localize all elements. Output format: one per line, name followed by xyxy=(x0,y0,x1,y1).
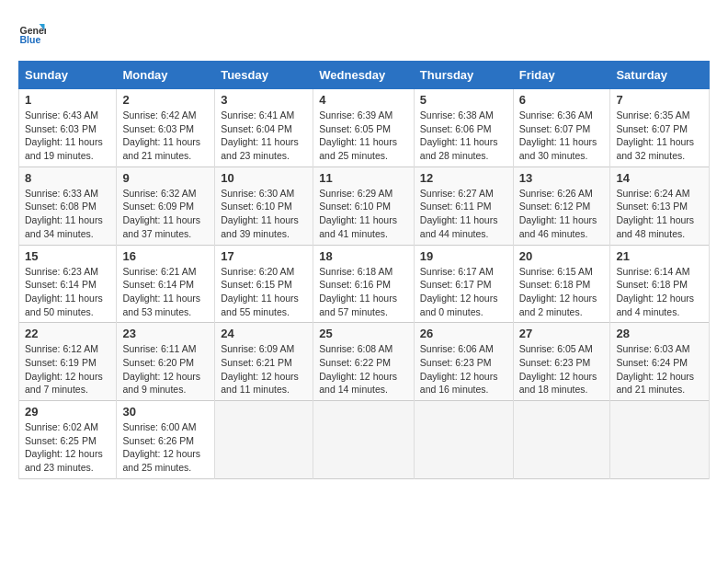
day-number: 6 xyxy=(519,93,605,107)
day-info: Sunrise: 6:18 AM Sunset: 6:16 PM Dayligh… xyxy=(319,265,408,319)
calendar-cell: 3 Sunrise: 6:41 AM Sunset: 6:04 PM Dayli… xyxy=(215,89,313,167)
calendar-cell: 4 Sunrise: 6:39 AM Sunset: 6:05 PM Dayli… xyxy=(313,89,415,167)
calendar-header-row: SundayMondayTuesdayWednesdayThursdayFrid… xyxy=(19,62,710,89)
day-info: Sunrise: 6:11 AM Sunset: 6:20 PM Dayligh… xyxy=(122,342,209,396)
day-number: 24 xyxy=(221,327,307,340)
calendar-cell: 24 Sunrise: 6:09 AM Sunset: 6:21 PM Dayl… xyxy=(215,323,313,401)
day-number: 7 xyxy=(616,93,703,107)
header-monday: Monday xyxy=(117,62,215,89)
calendar-cell: 2 Sunrise: 6:42 AM Sunset: 6:03 PM Dayli… xyxy=(117,89,215,167)
day-info: Sunrise: 6:15 AM Sunset: 6:18 PM Dayligh… xyxy=(519,265,605,319)
calendar-cell: 14 Sunrise: 6:24 AM Sunset: 6:13 PM Dayl… xyxy=(610,167,710,245)
day-number: 13 xyxy=(519,171,605,185)
calendar-cell: 11 Sunrise: 6:29 AM Sunset: 6:10 PM Dayl… xyxy=(313,167,415,245)
day-info: Sunrise: 6:35 AM Sunset: 6:07 PM Dayligh… xyxy=(616,109,703,163)
day-number: 30 xyxy=(122,405,209,419)
day-info: Sunrise: 6:43 AM Sunset: 6:03 PM Dayligh… xyxy=(25,109,110,163)
day-number: 11 xyxy=(319,171,408,185)
day-info: Sunrise: 6:08 AM Sunset: 6:22 PM Dayligh… xyxy=(319,342,408,396)
calendar-cell: 16 Sunrise: 6:21 AM Sunset: 6:14 PM Dayl… xyxy=(117,245,215,323)
calendar-cell: 28 Sunrise: 6:03 AM Sunset: 6:24 PM Dayl… xyxy=(610,323,710,401)
logo-icon: General Blue xyxy=(18,18,46,46)
calendar-cell: 18 Sunrise: 6:18 AM Sunset: 6:16 PM Dayl… xyxy=(313,245,415,323)
day-number: 27 xyxy=(519,327,605,340)
calendar-cell: 17 Sunrise: 6:20 AM Sunset: 6:15 PM Dayl… xyxy=(215,245,313,323)
day-number: 26 xyxy=(420,327,507,340)
calendar-cell: 22 Sunrise: 6:12 AM Sunset: 6:19 PM Dayl… xyxy=(19,323,117,401)
day-number: 4 xyxy=(319,93,408,107)
day-info: Sunrise: 6:14 AM Sunset: 6:18 PM Dayligh… xyxy=(616,265,703,319)
day-number: 29 xyxy=(25,405,110,419)
header-tuesday: Tuesday xyxy=(215,62,313,89)
day-info: Sunrise: 6:38 AM Sunset: 6:06 PM Dayligh… xyxy=(420,109,507,163)
calendar-cell: 27 Sunrise: 6:05 AM Sunset: 6:23 PM Dayl… xyxy=(513,323,610,401)
calendar-cell: 10 Sunrise: 6:30 AM Sunset: 6:10 PM Dayl… xyxy=(215,167,313,245)
header-friday: Friday xyxy=(513,62,610,89)
header-wednesday: Wednesday xyxy=(313,62,415,89)
day-info: Sunrise: 6:00 AM Sunset: 6:26 PM Dayligh… xyxy=(122,420,209,475)
calendar-cell xyxy=(610,401,710,479)
week-row-4: 22 Sunrise: 6:12 AM Sunset: 6:19 PM Dayl… xyxy=(19,323,710,401)
day-number: 17 xyxy=(221,249,307,263)
logo: General Blue xyxy=(18,18,50,46)
day-number: 14 xyxy=(616,171,703,185)
day-info: Sunrise: 6:27 AM Sunset: 6:11 PM Dayligh… xyxy=(420,187,507,241)
calendar-cell: 9 Sunrise: 6:32 AM Sunset: 6:09 PM Dayli… xyxy=(117,167,215,245)
day-info: Sunrise: 6:20 AM Sunset: 6:15 PM Dayligh… xyxy=(221,265,307,319)
calendar-cell: 1 Sunrise: 6:43 AM Sunset: 6:03 PM Dayli… xyxy=(19,89,117,167)
day-info: Sunrise: 6:32 AM Sunset: 6:09 PM Dayligh… xyxy=(122,187,209,241)
calendar-cell: 5 Sunrise: 6:38 AM Sunset: 6:06 PM Dayli… xyxy=(414,89,513,167)
day-info: Sunrise: 6:09 AM Sunset: 6:21 PM Dayligh… xyxy=(221,342,307,396)
header-thursday: Thursday xyxy=(414,62,513,89)
calendar-cell: 21 Sunrise: 6:14 AM Sunset: 6:18 PM Dayl… xyxy=(610,245,710,323)
day-info: Sunrise: 6:29 AM Sunset: 6:10 PM Dayligh… xyxy=(319,187,408,241)
header-sunday: Sunday xyxy=(19,62,117,89)
day-info: Sunrise: 6:42 AM Sunset: 6:03 PM Dayligh… xyxy=(122,109,209,163)
calendar-cell: 13 Sunrise: 6:26 AM Sunset: 6:12 PM Dayl… xyxy=(513,167,610,245)
day-number: 8 xyxy=(25,171,110,185)
calendar-cell: 23 Sunrise: 6:11 AM Sunset: 6:20 PM Dayl… xyxy=(117,323,215,401)
day-number: 2 xyxy=(122,93,209,107)
day-number: 5 xyxy=(420,93,507,107)
week-row-1: 1 Sunrise: 6:43 AM Sunset: 6:03 PM Dayli… xyxy=(19,89,710,167)
calendar-cell: 20 Sunrise: 6:15 AM Sunset: 6:18 PM Dayl… xyxy=(513,245,610,323)
day-info: Sunrise: 6:24 AM Sunset: 6:13 PM Dayligh… xyxy=(616,187,703,241)
day-number: 10 xyxy=(221,171,307,185)
day-number: 21 xyxy=(616,249,703,263)
week-row-2: 8 Sunrise: 6:33 AM Sunset: 6:08 PM Dayli… xyxy=(19,167,710,245)
calendar-cell: 29 Sunrise: 6:02 AM Sunset: 6:25 PM Dayl… xyxy=(19,401,117,479)
day-info: Sunrise: 6:39 AM Sunset: 6:05 PM Dayligh… xyxy=(319,109,408,163)
day-info: Sunrise: 6:03 AM Sunset: 6:24 PM Dayligh… xyxy=(616,342,703,396)
day-info: Sunrise: 6:17 AM Sunset: 6:17 PM Dayligh… xyxy=(420,265,507,319)
calendar-cell: 12 Sunrise: 6:27 AM Sunset: 6:11 PM Dayl… xyxy=(414,167,513,245)
calendar-cell xyxy=(215,401,313,479)
calendar-cell: 25 Sunrise: 6:08 AM Sunset: 6:22 PM Dayl… xyxy=(313,323,415,401)
day-number: 15 xyxy=(25,249,110,263)
day-info: Sunrise: 6:41 AM Sunset: 6:04 PM Dayligh… xyxy=(221,109,307,163)
calendar-cell xyxy=(313,401,415,479)
day-number: 1 xyxy=(25,93,110,107)
day-number: 9 xyxy=(122,171,209,185)
day-number: 18 xyxy=(319,249,408,263)
calendar-table: SundayMondayTuesdayWednesdayThursdayFrid… xyxy=(18,61,710,479)
day-number: 12 xyxy=(420,171,507,185)
calendar-cell: 30 Sunrise: 6:00 AM Sunset: 6:26 PM Dayl… xyxy=(117,401,215,479)
header-saturday: Saturday xyxy=(610,62,710,89)
calendar-cell: 7 Sunrise: 6:35 AM Sunset: 6:07 PM Dayli… xyxy=(610,89,710,167)
calendar-cell: 6 Sunrise: 6:36 AM Sunset: 6:07 PM Dayli… xyxy=(513,89,610,167)
day-info: Sunrise: 6:21 AM Sunset: 6:14 PM Dayligh… xyxy=(122,265,209,319)
day-info: Sunrise: 6:26 AM Sunset: 6:12 PM Dayligh… xyxy=(519,187,605,241)
day-info: Sunrise: 6:33 AM Sunset: 6:08 PM Dayligh… xyxy=(25,187,110,241)
week-row-3: 15 Sunrise: 6:23 AM Sunset: 6:14 PM Dayl… xyxy=(19,245,710,323)
page-header: General Blue xyxy=(18,18,710,46)
day-number: 28 xyxy=(616,327,703,340)
day-info: Sunrise: 6:06 AM Sunset: 6:23 PM Dayligh… xyxy=(420,342,507,396)
svg-text:Blue: Blue xyxy=(20,34,41,45)
week-row-5: 29 Sunrise: 6:02 AM Sunset: 6:25 PM Dayl… xyxy=(19,401,710,479)
calendar-cell: 19 Sunrise: 6:17 AM Sunset: 6:17 PM Dayl… xyxy=(414,245,513,323)
day-info: Sunrise: 6:36 AM Sunset: 6:07 PM Dayligh… xyxy=(519,109,605,163)
day-info: Sunrise: 6:30 AM Sunset: 6:10 PM Dayligh… xyxy=(221,187,307,241)
day-number: 20 xyxy=(519,249,605,263)
day-info: Sunrise: 6:05 AM Sunset: 6:23 PM Dayligh… xyxy=(519,342,605,396)
day-info: Sunrise: 6:23 AM Sunset: 6:14 PM Dayligh… xyxy=(25,265,110,319)
